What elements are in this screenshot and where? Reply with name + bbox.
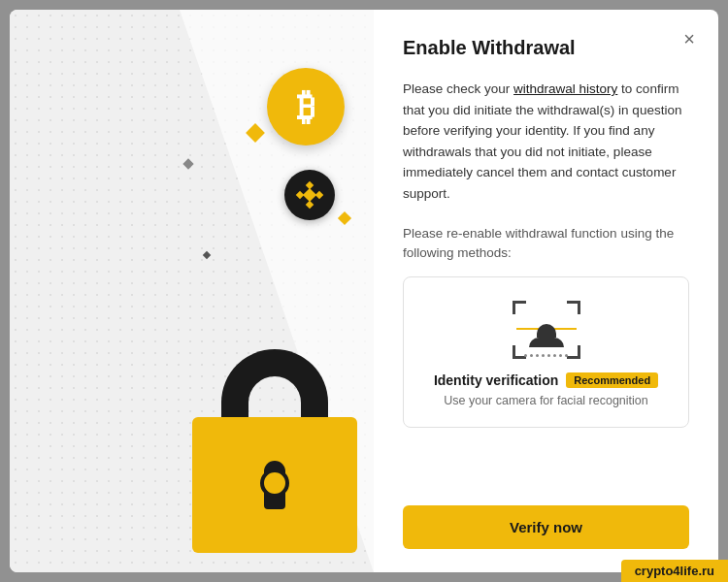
- corner-tl: [513, 301, 526, 314]
- corner-br: [567, 345, 580, 359]
- corner-tr: [567, 301, 580, 314]
- modal-overlay: ₿ ×: [0, 0, 728, 582]
- withdrawal-history-link[interactable]: withdrawal history: [513, 81, 617, 96]
- recommended-badge: Recommended: [566, 372, 658, 388]
- identity-verification-card[interactable]: Identity verification Recommended Use yo…: [403, 276, 689, 428]
- modal-title: Enable Withdrawal: [403, 37, 689, 59]
- lock-keyhole: [264, 461, 285, 509]
- binance-coin: [284, 170, 335, 220]
- verify-card-title: Identity verification: [434, 372, 558, 388]
- modal-description: Please check your withdrawal history to …: [403, 79, 689, 205]
- bitcoin-icon: ₿: [297, 88, 315, 125]
- modal-container: ₿ ×: [10, 10, 718, 572]
- verify-now-button[interactable]: Verify now: [403, 505, 689, 549]
- face-head: [537, 324, 556, 338]
- dot-grid: [524, 354, 569, 357]
- face-shoulders: [529, 338, 564, 347]
- close-button[interactable]: ×: [676, 25, 703, 52]
- illustration-panel: ₿: [10, 10, 374, 572]
- bnb-logo-icon: [295, 180, 324, 210]
- modal-sublabel: Please re-enable withdrawal function usi…: [403, 224, 689, 264]
- verify-title-row: Identity verification Recommended: [434, 372, 658, 388]
- lock-body: [192, 417, 357, 553]
- bitcoin-coin: ₿: [267, 68, 345, 146]
- modal-content: × Enable Withdrawal Please check your wi…: [374, 10, 718, 572]
- face-scan-icon: [513, 301, 580, 359]
- verify-card-subtitle: Use your camera for facial recognition: [444, 394, 648, 407]
- watermark: crypto4life.ru: [621, 560, 728, 582]
